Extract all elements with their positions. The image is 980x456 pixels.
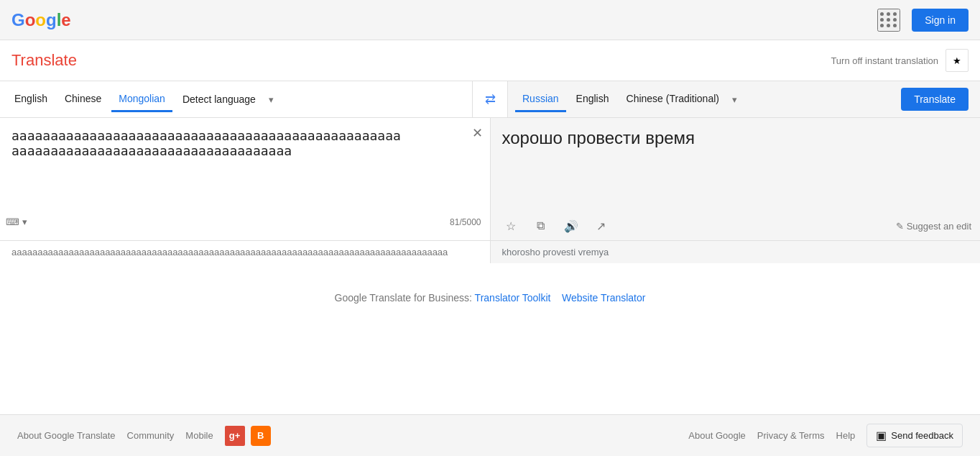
detect-language-button[interactable]: Detect language xyxy=(175,88,263,111)
swap-languages-button[interactable]: ⇄ xyxy=(472,81,508,117)
target-phonetic: khorosho provesti vremya xyxy=(491,241,981,263)
business-label: Google Translate for Business: xyxy=(335,292,472,304)
input-panel: аааааааааааааааааааааааааааааааааааааааа… xyxy=(0,118,491,240)
swap-icon: ⇄ xyxy=(485,91,496,107)
suggest-edit-link[interactable]: ✎ Suggest an edit xyxy=(896,221,971,232)
target-lang-russian-tab[interactable]: Russian xyxy=(515,87,566,112)
logo-g: G xyxy=(11,10,25,30)
logo-e: e xyxy=(61,10,70,30)
share-button[interactable]: ↗ xyxy=(590,214,613,237)
blogger-icon[interactable]: B xyxy=(251,426,271,446)
header: Google Sign in xyxy=(0,0,980,40)
feedback-icon: ▣ xyxy=(876,429,887,442)
about-google-link[interactable]: About Google xyxy=(688,430,746,441)
business-section: Google Translate for Business: Translato… xyxy=(0,263,980,332)
output-panel: хорошо провести время ☆ ⧉ 🔊 ↗ ✎ Suggest … xyxy=(491,118,981,240)
source-lang-mongolian-tab[interactable]: Mongolian xyxy=(111,87,172,112)
output-footer: ☆ ⧉ 🔊 ↗ ✎ Suggest an edit xyxy=(491,211,981,240)
language-row: English Chinese Mongolian Detect languag… xyxy=(0,81,980,118)
clear-input-button[interactable]: ✕ xyxy=(472,125,483,141)
translate-button[interactable]: Translate xyxy=(901,88,969,111)
logo-l: l xyxy=(57,10,62,30)
share-icon: ↗ xyxy=(596,219,606,233)
footer: About Google Translate Community Mobile … xyxy=(0,414,980,456)
header-left: Google xyxy=(11,10,71,30)
input-area: аааааааааааааааааааааааааааааааааааааааа… xyxy=(0,118,490,214)
translated-text: хорошо провести время xyxy=(491,118,981,211)
translation-panels: аааааааааааааааааааааааааааааааааааааааа… xyxy=(0,118,980,240)
social-icons: g+ B xyxy=(225,426,271,446)
target-lang-english-tab[interactable]: English xyxy=(569,87,616,112)
source-lang-chinese-tab[interactable]: Chinese xyxy=(57,87,108,112)
instant-toggle-link[interactable]: Turn off instant translation xyxy=(831,55,938,66)
logo-o2: o xyxy=(35,10,46,30)
keyboard-icon: ⌨ xyxy=(6,216,19,227)
header-right: Sign in xyxy=(877,9,969,32)
target-lang-dropdown[interactable]: ▾ xyxy=(728,88,741,111)
close-icon: ✕ xyxy=(472,126,483,140)
target-language-tabs: Russian English Chinese (Traditional) ▾ … xyxy=(508,81,980,117)
star-icon: ☆ xyxy=(506,219,516,233)
copy-icon: ⧉ xyxy=(537,219,545,232)
google-plus-icon[interactable]: g+ xyxy=(225,426,245,446)
about-translate-link[interactable]: About Google Translate xyxy=(17,430,116,441)
sign-in-button[interactable]: Sign in xyxy=(912,9,969,32)
edit-icon: ✎ xyxy=(896,221,904,232)
translate-bar: Translate Turn off instant translation ★ xyxy=(0,40,980,81)
translator-toolkit-link[interactable]: Translator Toolkit xyxy=(475,292,551,304)
send-feedback-button[interactable]: ▣ Send feedback xyxy=(866,424,963,447)
source-phonetic: аааааааааааааааааааааааааааааааааааааааа… xyxy=(0,241,491,263)
apps-grid-icon xyxy=(880,12,897,27)
feedback-label: Send feedback xyxy=(891,430,953,441)
input-footer: ⌨ ▾ 81/5000 xyxy=(0,214,490,233)
apps-button[interactable] xyxy=(877,9,900,32)
page-title: Translate xyxy=(11,51,77,70)
mobile-link[interactable]: Mobile xyxy=(185,430,213,441)
char-counter: 81/5000 xyxy=(450,217,481,227)
footer-left: About Google Translate Community Mobile … xyxy=(17,426,271,446)
speaker-icon: 🔊 xyxy=(564,219,578,233)
copy-button[interactable]: ⧉ xyxy=(530,214,553,237)
listen-button[interactable]: 🔊 xyxy=(560,214,583,237)
keyboard-dropdown-icon: ▾ xyxy=(22,216,27,227)
favorite-button[interactable]: ☆ xyxy=(499,214,522,237)
google-logo: Google xyxy=(11,10,71,30)
footer-right: About Google Privacy & Terms Help ▣ Send… xyxy=(688,424,963,447)
website-translator-link[interactable]: Website Translator xyxy=(562,292,645,304)
privacy-terms-link[interactable]: Privacy & Terms xyxy=(757,430,825,441)
help-link[interactable]: Help xyxy=(836,430,856,441)
translate-bar-right: Turn off instant translation ★ xyxy=(831,49,969,72)
source-text-input[interactable]: аааааааааааааааааааааааааааааааааааааааа… xyxy=(0,118,490,211)
virtual-keyboard-button[interactable]: ⌨ ▾ xyxy=(6,216,27,227)
logo-g2: g xyxy=(46,10,57,30)
phonetic-row: аааааааааааааааааааааааааааааааааааааааа… xyxy=(0,240,980,263)
logo-o1: o xyxy=(25,10,36,30)
source-lang-english-tab[interactable]: English xyxy=(7,87,55,112)
target-lang-chinese-traditional-tab[interactable]: Chinese (Traditional) xyxy=(619,87,726,112)
star-button[interactable]: ★ xyxy=(946,49,969,72)
community-link[interactable]: Community xyxy=(127,430,175,441)
source-language-tabs: English Chinese Mongolian Detect languag… xyxy=(0,81,472,117)
star-icon: ★ xyxy=(953,55,961,66)
source-lang-dropdown[interactable]: ▾ xyxy=(264,88,278,111)
